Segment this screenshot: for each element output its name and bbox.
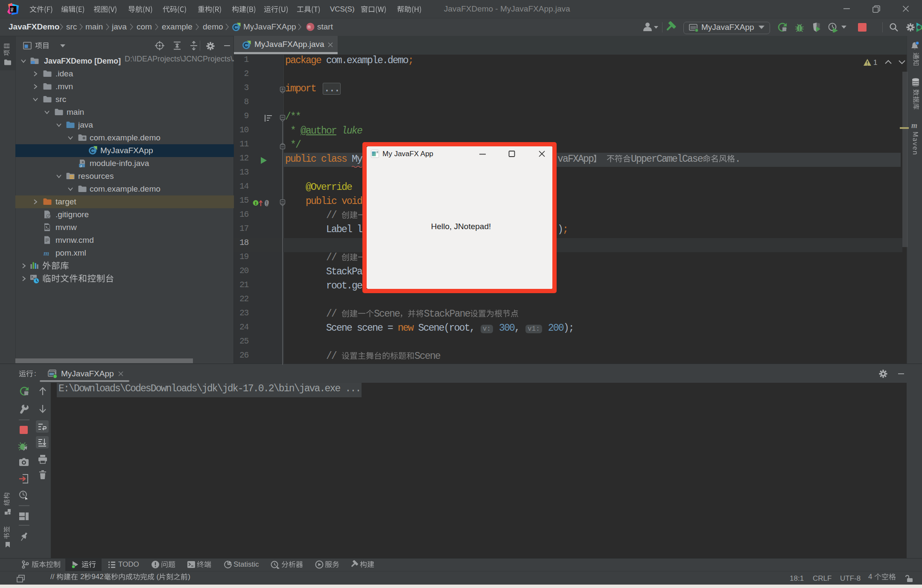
svg-text:J: J	[80, 164, 82, 168]
svg-text:1: 1	[873, 58, 877, 67]
svg-text:I: I	[255, 201, 257, 206]
svg-text:m: m	[308, 24, 311, 30]
svg-text:IJ: IJ	[11, 7, 13, 11]
svg-text:@: @	[265, 200, 269, 207]
svg-text:m: m	[911, 121, 917, 130]
svg-text:m: m	[44, 249, 49, 257]
